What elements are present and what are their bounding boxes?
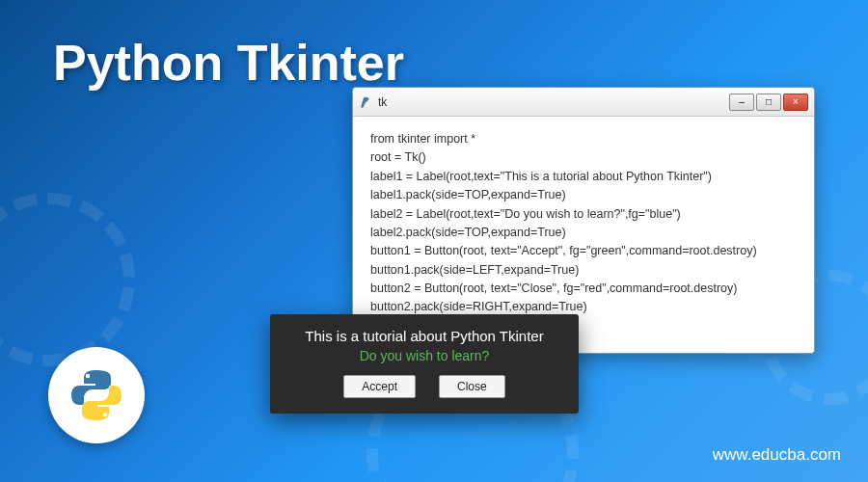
python-icon (66, 364, 127, 426)
minimize-button[interactable]: – (729, 94, 754, 111)
tk-feather-icon (359, 95, 372, 109)
window-titlebar: tk – □ × (353, 88, 814, 117)
window-title: tk (378, 95, 729, 109)
tk-dialog: This is a tutorial about Python Tkinter … (270, 314, 579, 414)
window-controls: – □ × (729, 94, 808, 111)
dialog-buttons: Accept Close (289, 375, 559, 398)
svg-point-0 (86, 374, 90, 378)
dialog-label-2: Do you wish to learn? (289, 348, 559, 363)
maximize-button[interactable]: □ (756, 94, 781, 111)
svg-point-1 (103, 413, 107, 416)
dialog-label-1: This is a tutorial about Python Tkinter (289, 328, 559, 344)
accept-button[interactable]: Accept (343, 375, 416, 398)
python-logo (48, 347, 145, 443)
close-button[interactable]: Close (439, 375, 505, 398)
site-url: www.educba.com (713, 445, 841, 465)
close-window-button[interactable]: × (783, 94, 808, 111)
page-title: Python Tkinter (53, 34, 404, 92)
